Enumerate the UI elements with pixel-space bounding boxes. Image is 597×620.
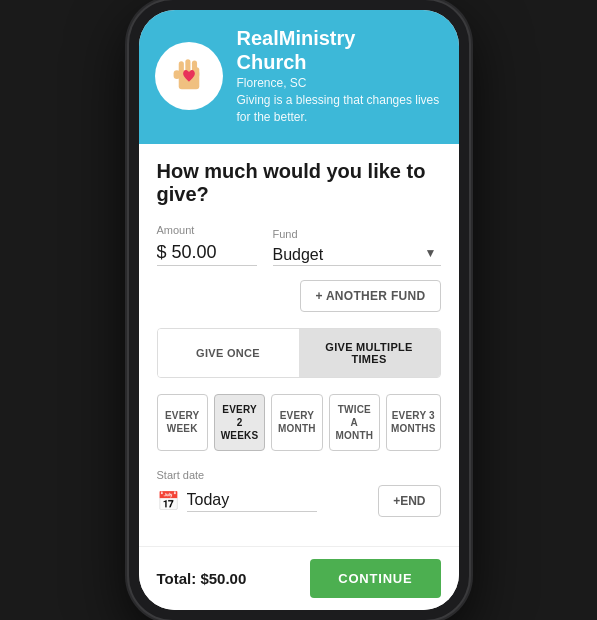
main-content: How much would you like to give? Amount … <box>139 144 459 546</box>
calendar-icon: 📅 <box>157 490 179 512</box>
freq-twice-a-month[interactable]: TWICE AMONTH <box>329 394 380 451</box>
amount-field-group: Amount <box>157 224 257 266</box>
fund-label: Fund <box>273 228 441 240</box>
frequency-row: EVERYWEEK EVERY 2WEEKS EVERYMONTH TWICE … <box>157 394 441 451</box>
freq-every-week[interactable]: EVERYWEEK <box>157 394 208 451</box>
give-question: How much would you like to give? <box>157 160 441 206</box>
fund-field-group: Fund Budget General Missions ▼ <box>273 228 441 266</box>
church-tagline: Giving is a blessing that changes lives … <box>237 92 443 126</box>
freq-every-2-weeks[interactable]: EVERY 2WEEKS <box>214 394 265 451</box>
give-toggle-row: GIVE ONCE GIVE MULTIPLE TIMES <box>157 328 441 378</box>
amount-label: Amount <box>157 224 257 236</box>
phone-screen: RealMinistry Church Florence, SC Giving … <box>139 10 459 610</box>
footer: Total: $50.00 CONTINUE <box>139 546 459 610</box>
svg-rect-5 <box>173 70 180 79</box>
start-date-row: 📅 +END <box>157 485 441 517</box>
header: RealMinistry Church Florence, SC Giving … <box>139 10 459 144</box>
church-info: RealMinistry Church Florence, SC Giving … <box>237 26 443 126</box>
church-name: RealMinistry Church <box>237 26 443 74</box>
amount-fund-row: Amount Fund Budget General Missions ▼ <box>157 224 441 266</box>
logo-circle <box>155 42 223 110</box>
freq-every-month[interactable]: EVERYMONTH <box>271 394 322 451</box>
start-date-input[interactable] <box>187 489 317 512</box>
start-date-label: Start date <box>157 469 441 481</box>
svg-rect-4 <box>194 67 199 77</box>
another-fund-wrapper: + ANOTHER FUND <box>157 280 441 312</box>
hand-heart-icon <box>167 54 211 98</box>
amount-input[interactable] <box>157 240 257 266</box>
give-once-button[interactable]: GIVE ONCE <box>158 329 299 377</box>
another-fund-button[interactable]: + ANOTHER FUND <box>300 280 440 312</box>
fund-select[interactable]: Budget General Missions <box>273 244 441 266</box>
start-date-section: Start date 📅 +END <box>157 469 441 517</box>
continue-button[interactable]: CONTINUE <box>310 559 440 598</box>
church-location: Florence, SC <box>237 76 443 90</box>
freq-every-3-months[interactable]: EVERY 3MONTHS <box>386 394 441 451</box>
give-multiple-button[interactable]: GIVE MULTIPLE TIMES <box>299 329 440 377</box>
end-button[interactable]: +END <box>378 485 440 517</box>
start-date-left: 📅 <box>157 489 379 512</box>
phone-frame: RealMinistry Church Florence, SC Giving … <box>129 0 469 620</box>
total-text: Total: $50.00 <box>157 570 247 587</box>
